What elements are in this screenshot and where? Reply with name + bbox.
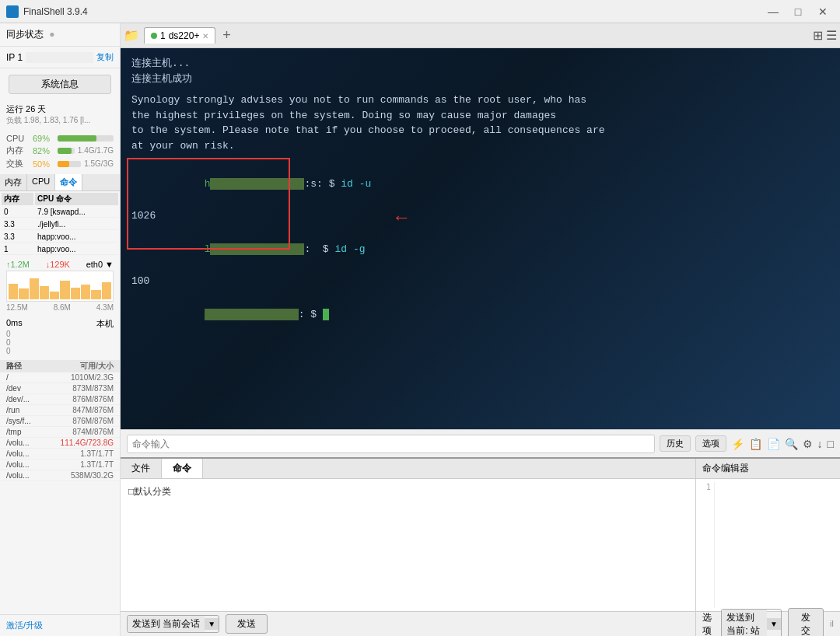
net-down: ↓129K	[46, 260, 70, 269]
right-send-to-select[interactable]: 发送到 当前: 站 ▼	[721, 609, 782, 637]
right-send-to-text: 发送到 当前: 站	[722, 610, 767, 637]
tab-cmd[interactable]: 命令	[55, 174, 82, 190]
disk-size-6: 111.4G/723.8G	[49, 439, 114, 447]
net-bar	[50, 292, 59, 299]
cpu-label: CPU	[6, 134, 30, 143]
ping-section: 0ms 本机 0 0 0	[0, 315, 120, 358]
tab-cpu[interactable]: CPU	[27, 174, 55, 190]
tab-command[interactable]: 命令	[162, 459, 203, 478]
send-to-select[interactable]: 发送到 当前会话 ▼	[127, 615, 219, 633]
right-send-to-arrow[interactable]: ▼	[767, 618, 781, 630]
swap-bar	[58, 161, 69, 167]
download-icon[interactable]: ↓	[817, 438, 823, 450]
warning-block: Synology strongly advises you not to run…	[131, 93, 829, 153]
cmd-block: h :s: $ id -u 1026 l : $ id -g 100 : $	[131, 161, 829, 337]
cmd3-suffix: : $	[299, 309, 323, 320]
net-bar	[71, 288, 80, 299]
net-val-0: 12.5M	[6, 303, 28, 312]
tab-mem[interactable]: 内存	[0, 174, 27, 190]
disk-path-8: /volu...	[6, 460, 49, 469]
ping-vals: 0 0 0	[6, 330, 114, 355]
table-row: 0 7.9 [kswapd...	[2, 207, 118, 218]
table-row: 3.3 happ:voo...	[2, 232, 118, 243]
process-list: 内存 CPU 命令 0 7.9 [kswapd... 3.3 ./jellyfi…	[0, 191, 120, 257]
tab-bar: 📁 1 ds220+ ✕ + ⊞ ☰	[121, 23, 840, 48]
swap-size: 1.5G/3G	[84, 159, 114, 168]
net-bar	[60, 281, 69, 299]
proc-col-cpu-cmd: CPU 命令	[35, 193, 118, 205]
lightning-icon[interactable]: ⚡	[731, 438, 744, 450]
swap-bar-bg	[58, 161, 81, 167]
session-num: 1	[160, 30, 166, 41]
activate-link[interactable]: 激活/升级	[6, 620, 43, 630]
grid-icon[interactable]: ⊞	[813, 28, 823, 43]
mem-bar-bg	[58, 148, 75, 154]
minimize-button[interactable]: —	[762, 4, 784, 19]
app-icon	[6, 5, 19, 18]
disk-size-2: 876M/876M	[49, 395, 114, 404]
mem-size: 1.4G/1.7G	[78, 146, 114, 155]
disk-path-0: /	[6, 373, 49, 382]
proc-name-0: 7.9 [kswapd...	[35, 207, 118, 218]
default-category[interactable]: □默认分类	[125, 484, 691, 500]
add-tab-button[interactable]: +	[217, 26, 236, 45]
fullscreen-icon[interactable]: □	[828, 438, 834, 450]
options-button[interactable]: 选项	[695, 435, 726, 452]
net-vals: 12.5M 8.6M 4.3M	[6, 303, 114, 312]
options-label[interactable]: 选项	[702, 611, 715, 637]
resource-bars: CPU 69% 内存 82% 1.4G/1.7G 交换 50% 1.5G/3G	[0, 129, 120, 174]
cmd-editor-header: 命令编辑器	[696, 459, 840, 479]
ping-label: 0ms	[6, 318, 23, 330]
submit-button[interactable]: 发交	[788, 608, 824, 637]
net-val-2: 4.3M	[96, 303, 114, 312]
net-header-row: ↑1.2M ↓129K eth0 ▼	[6, 260, 114, 269]
cmd1-result: 1026	[131, 208, 829, 224]
sync-status-section: 同步状态 ●	[0, 23, 120, 47]
cmd2-host	[210, 243, 304, 255]
app-title: FinalShell 3.9.4	[23, 6, 762, 17]
command-input[interactable]	[127, 435, 655, 453]
session-tab[interactable]: 1 ds220+ ✕	[144, 27, 215, 44]
session-status-dot	[151, 33, 157, 39]
send-button[interactable]: 发送	[226, 614, 268, 634]
cpu-stat-row: CPU 69%	[6, 134, 114, 143]
list-item: /sys/f...876M/876M	[0, 416, 120, 427]
history-button[interactable]: 历史	[660, 435, 691, 452]
net-bar	[30, 278, 39, 299]
maximize-button[interactable]: □	[787, 4, 809, 19]
clipboard-icon[interactable]: 📋	[749, 438, 762, 450]
tab-file[interactable]: 文件	[121, 459, 162, 478]
panel-content: □默认分类	[121, 479, 695, 611]
file-icon[interactable]: 📄	[767, 438, 780, 450]
action-left: 发送到 当前会话 ▼ 发送	[127, 614, 689, 634]
proc-col-mem: 内存	[2, 193, 33, 205]
sys-info-button[interactable]: 系统信息	[9, 75, 110, 94]
table-row: 3.3 ./jellyfi...	[2, 219, 118, 230]
list-item: /volu...538M/30.2G	[0, 470, 120, 481]
session-close-icon[interactable]: ✕	[202, 32, 208, 40]
titlebar: FinalShell 3.9.4 — □ ✕	[0, 0, 840, 23]
net-up: ↑1.2M	[6, 260, 30, 269]
cmd2-suffix: : $	[304, 243, 334, 255]
search-icon[interactable]: 🔍	[785, 438, 798, 450]
disk-path-9: /volu...	[6, 471, 49, 480]
watermark: iI	[830, 620, 834, 628]
menu-icon[interactable]: ☰	[826, 28, 837, 43]
disk-path-7: /volu...	[6, 449, 49, 458]
send-to-arrow-icon[interactable]: ▼	[205, 618, 219, 630]
mem-pct: 82%	[33, 146, 54, 156]
cpu-bar	[58, 135, 96, 142]
list-item: /1010M/2.3G	[0, 372, 120, 383]
list-item: /run847M/876M	[0, 405, 120, 416]
arrow-indicator: ←	[396, 208, 407, 229]
net-chart	[6, 271, 114, 302]
panel-tabs: 文件 命令	[121, 459, 695, 479]
copy-link[interactable]: 复制	[96, 51, 114, 63]
mem-label: 内存	[6, 145, 30, 156]
net-iface[interactable]: eth0 ▼	[86, 260, 114, 269]
table-row: 1 happ:voo...	[2, 244, 118, 255]
close-button[interactable]: ✕	[812, 4, 834, 19]
gear-icon[interactable]: ⚙	[803, 438, 813, 450]
terminal-area[interactable]: 连接主机... 连接主机成功 Synology strongly advises…	[121, 48, 840, 429]
editor-content[interactable]	[718, 482, 837, 608]
